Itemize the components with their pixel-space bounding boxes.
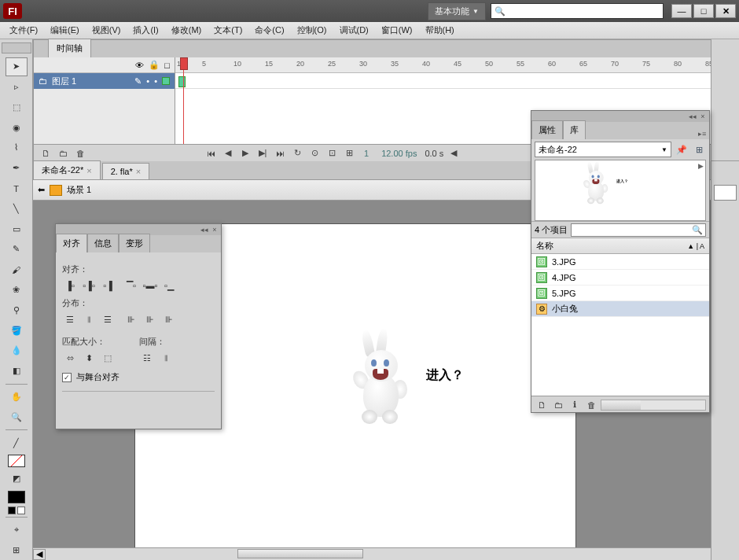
menu-view[interactable]: 视图(V) xyxy=(86,22,127,39)
menu-insert[interactable]: 插入(I) xyxy=(127,22,164,39)
default-colors-icon[interactable] xyxy=(8,507,16,514)
next-frame-button[interactable]: ▶| xyxy=(256,147,270,160)
first-frame-button[interactable]: ⏮ xyxy=(204,147,218,160)
eraser-tool[interactable]: ◧ xyxy=(6,362,28,381)
distribute-vcenter-button[interactable]: ⫴ xyxy=(81,312,97,326)
tab-align[interactable]: 对齐 xyxy=(56,234,87,252)
layer-color-swatch[interactable] xyxy=(162,77,170,85)
menu-debug[interactable]: 调试(D) xyxy=(333,22,375,39)
close-button[interactable]: ✕ xyxy=(715,4,736,18)
zoom-dropdown[interactable] xyxy=(714,185,737,201)
align-vcenter-button[interactable]: ▫▬▫ xyxy=(142,278,158,293)
scroll-left-button[interactable]: ◀ xyxy=(33,549,46,560)
fps-display[interactable]: 12.00 fps xyxy=(381,149,417,158)
menu-commands[interactable]: 命令(C) xyxy=(248,22,290,39)
back-icon[interactable]: ⬅ xyxy=(38,185,45,195)
new-folder-button[interactable]: 🗀 xyxy=(551,399,565,411)
scroll-thumb[interactable] xyxy=(237,549,363,558)
menu-file[interactable]: 文件(F) xyxy=(3,22,44,39)
free-transform-tool[interactable]: ⬚ xyxy=(6,98,28,116)
layer-row[interactable]: 🗀 图层 1 ✎ • • xyxy=(34,73,175,89)
library-hscroll[interactable] xyxy=(601,400,706,411)
align-right-button[interactable]: ▫▐ xyxy=(100,278,116,293)
close-icon[interactable]: × xyxy=(211,226,219,234)
swap-colors-icon[interactable] xyxy=(17,507,25,514)
stroke-color[interactable]: ╱ xyxy=(6,433,28,452)
match-both-button[interactable]: ⬚ xyxy=(100,351,116,365)
rabbit-character[interactable]: 进入？ xyxy=(347,334,418,429)
loop-button[interactable]: ↻ xyxy=(290,147,304,160)
space-vertical-button[interactable]: ☷ xyxy=(139,351,155,365)
close-icon[interactable]: × xyxy=(699,112,707,120)
delete-button[interactable]: 🗑 xyxy=(584,399,598,411)
frame-row[interactable] xyxy=(175,73,738,89)
sort-icon[interactable]: ▲ | A xyxy=(687,242,704,250)
snap-tool[interactable]: ⌖ xyxy=(6,521,28,540)
properties-button[interactable]: ℹ xyxy=(568,399,582,411)
library-document-dropdown[interactable]: 未命名-22 ▼ xyxy=(535,142,671,157)
last-frame-button[interactable]: ⏭ xyxy=(273,147,287,160)
menu-text[interactable]: 文本(T) xyxy=(208,22,248,39)
maximize-button[interactable]: □ xyxy=(693,4,714,18)
library-item[interactable]: ⚙小白兔 xyxy=(531,301,709,317)
tab-library[interactable]: 库 xyxy=(563,120,586,139)
menu-window[interactable]: 窗口(W) xyxy=(375,22,419,39)
playhead[interactable] xyxy=(180,57,188,144)
library-search[interactable]: 🔍 xyxy=(571,223,706,237)
timeline-tab[interactable]: 时间轴 xyxy=(48,39,91,57)
search-box[interactable]: 🔍 xyxy=(491,3,664,19)
tools-panel-header[interactable] xyxy=(2,42,31,53)
distribute-right-button[interactable]: ⊪ xyxy=(161,312,177,326)
brush-tool[interactable]: 🖌 xyxy=(6,260,28,279)
search-input[interactable] xyxy=(506,6,660,16)
new-folder-button[interactable]: 🗀 xyxy=(56,147,70,160)
outline-icon[interactable]: □ xyxy=(164,61,170,70)
line-tool[interactable]: ╲ xyxy=(6,199,28,218)
tab-transform[interactable]: 变形 xyxy=(119,234,150,252)
collapse-icon[interactable]: ◂◂ xyxy=(689,112,697,120)
options-tool[interactable]: ⊞ xyxy=(6,540,28,559)
subselection-tool[interactable]: ▹ xyxy=(6,78,28,97)
hand-tool[interactable]: ✋ xyxy=(6,388,28,407)
menu-modify[interactable]: 修改(M) xyxy=(165,22,208,39)
onion-skin-button[interactable]: ⊙ xyxy=(307,147,322,160)
lasso-tool[interactable]: ⌇ xyxy=(6,138,28,157)
collapse-icon[interactable]: ◂◂ xyxy=(200,226,208,234)
align-bottom-button[interactable]: ▫▁ xyxy=(161,278,177,293)
3d-rotation-tool[interactable]: ◉ xyxy=(6,118,28,137)
delete-layer-button[interactable]: 🗑 xyxy=(73,147,87,160)
new-layer-button[interactable]: 🗋 xyxy=(39,147,53,160)
tab-properties[interactable]: 属性 xyxy=(531,120,563,139)
match-width-button[interactable]: ⬄ xyxy=(62,351,78,365)
text-tool[interactable]: T xyxy=(6,179,28,198)
library-item[interactable]: 🞖3.JPG xyxy=(531,254,709,270)
menu-help[interactable]: 帮助(H) xyxy=(419,22,461,39)
distribute-hcenter-button[interactable]: ⊪ xyxy=(142,312,158,326)
horizontal-scrollbar[interactable]: ◀ ▶ xyxy=(33,547,726,560)
fill-swatch[interactable] xyxy=(8,491,25,503)
preview-play-icon[interactable]: ▶ xyxy=(698,162,704,170)
new-symbol-button[interactable]: 🗋 xyxy=(535,399,549,411)
panel-menu-icon[interactable]: ▸≡ xyxy=(698,130,706,138)
distribute-left-button[interactable]: ⊪ xyxy=(123,312,139,326)
rectangle-tool[interactable]: ▭ xyxy=(6,219,28,238)
workspace-dropdown[interactable]: 基本功能 ▼ xyxy=(428,2,486,20)
document-tab[interactable]: 2. fla* × xyxy=(102,163,150,179)
align-hcenter-button[interactable]: ▫▐▫ xyxy=(81,278,97,293)
scroll-left-button[interactable]: ◀ xyxy=(447,147,461,160)
zoom-tool[interactable]: 🔍 xyxy=(6,407,28,426)
align-left-button[interactable]: ▐▫ xyxy=(62,278,78,293)
fill-color[interactable]: ◩ xyxy=(6,470,28,488)
library-item[interactable]: 🞖5.JPG xyxy=(531,286,709,301)
prev-frame-button[interactable]: ◀ xyxy=(221,147,235,160)
close-tab-icon[interactable]: × xyxy=(86,166,91,175)
tab-info[interactable]: 信息 xyxy=(87,234,119,252)
align-top-button[interactable]: ▔▫ xyxy=(123,278,139,293)
document-tab[interactable]: 未命名-22* × xyxy=(33,160,101,179)
pencil-tool[interactable]: ✎ xyxy=(6,240,28,259)
eyedropper-tool[interactable]: 💧 xyxy=(6,341,28,360)
pin-icon[interactable]: 📌 xyxy=(675,142,689,157)
scene-label[interactable]: 场景 1 xyxy=(67,184,91,196)
new-library-icon[interactable]: ⊞ xyxy=(692,142,706,157)
selection-tool[interactable]: ➤ xyxy=(6,57,28,76)
